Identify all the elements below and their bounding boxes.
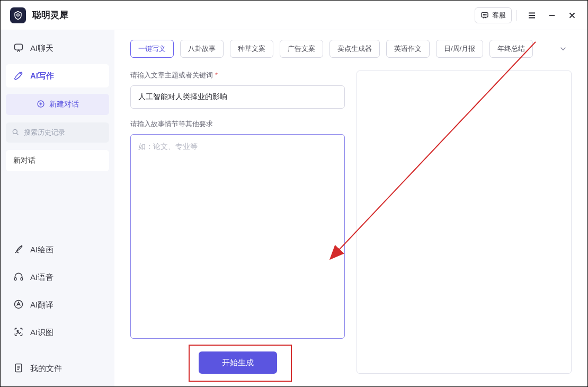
image-scan-icon (13, 327, 24, 339)
details-label: 请输入故事情节等其他要求 (130, 119, 345, 129)
sidebar: AI聊天 AI写作 新建对话 搜索历史记录 新对话 (1, 30, 114, 386)
svg-point-3 (484, 14, 485, 15)
sidebar-item-label: AI语音 (30, 272, 54, 283)
new-chat-label: 新建对话 (49, 100, 79, 109)
tab-seeding[interactable]: 种草文案 (230, 40, 273, 58)
new-chat-button[interactable]: 新建对话 (6, 94, 109, 115)
titlebar-separator (516, 10, 516, 21)
sidebar-item-translate[interactable]: AI翻译 (6, 293, 109, 316)
customer-service-button[interactable]: 客服 (475, 7, 512, 23)
sidebar-item-files[interactable]: 我的文件 (6, 357, 109, 380)
form-column: 请输入文章主题或者关键词* 请输入故事情节等其他要求 开始生成 (130, 71, 345, 374)
main-panel: 一键写文 八卦故事 种草文案 广告文案 卖点生成器 英语作文 日/周/月报 年终… (114, 30, 587, 386)
svg-point-11 (17, 330, 19, 332)
close-icon[interactable] (563, 6, 581, 24)
sidebar-item-label: AI识图 (30, 328, 54, 338)
sidebar-item-label: AI翻译 (30, 300, 54, 310)
svg-point-7 (13, 129, 17, 134)
required-star: * (215, 71, 218, 79)
svg-rect-9 (21, 277, 22, 280)
sidebar-item-ocr[interactable]: AI识图 (6, 321, 109, 344)
app-title: 聪明灵犀 (32, 9, 68, 21)
plus-circle-icon (37, 100, 45, 110)
app-logo (10, 7, 26, 23)
tab-oneclick[interactable]: 一键写文 (130, 40, 174, 58)
chat-icon (13, 42, 24, 55)
details-textarea[interactable] (130, 134, 345, 339)
svg-point-0 (17, 14, 20, 16)
tab-gossip[interactable]: 八卦故事 (180, 40, 224, 58)
customer-service-label: 客服 (492, 11, 506, 20)
topic-label: 请输入文章主题或者关键词* (130, 71, 345, 80)
svg-rect-5 (15, 44, 23, 50)
svg-point-2 (483, 14, 484, 15)
tab-ad[interactable]: 广告文案 (280, 40, 323, 58)
generate-button[interactable]: 开始生成 (199, 351, 277, 374)
sidebar-item-voice[interactable]: AI语音 (6, 266, 109, 289)
tab-english[interactable]: 英语作文 (386, 40, 430, 58)
sidebar-item-chat[interactable]: AI聊天 (6, 37, 109, 60)
output-panel (357, 71, 572, 374)
writing-tabs: 一键写文 八卦故事 种草文案 广告文案 卖点生成器 英语作文 日/周/月报 年终… (130, 40, 572, 58)
sidebar-item-label: AI聊天 (30, 43, 54, 54)
tab-report[interactable]: 日/周/月报 (436, 40, 483, 58)
pen-icon (13, 70, 24, 82)
search-input-wrap[interactable]: 搜索历史记录 (6, 122, 109, 143)
minimize-icon[interactable] (543, 6, 561, 24)
topic-input[interactable] (130, 85, 345, 109)
tab-yearend[interactable]: 年终总结 (489, 40, 533, 58)
search-icon (11, 128, 20, 138)
history-item[interactable]: 新对话 (6, 150, 109, 171)
sidebar-item-label: 我的文件 (30, 364, 62, 374)
sidebar-item-label: AI绘画 (30, 245, 54, 255)
svg-point-4 (486, 14, 486, 15)
tabs-expand-button[interactable] (555, 40, 572, 57)
titlebar: 聪明灵犀 客服 (1, 1, 587, 30)
translate-icon (13, 299, 24, 311)
svg-rect-8 (15, 277, 16, 280)
sidebar-item-draw[interactable]: AI绘画 (6, 238, 109, 261)
file-icon (13, 363, 24, 375)
menu-icon[interactable] (523, 6, 541, 24)
brush-icon (13, 244, 24, 256)
sidebar-item-label: AI写作 (30, 71, 54, 81)
search-placeholder: 搜索历史记录 (24, 128, 65, 137)
headphones-icon (13, 271, 24, 284)
tab-sellpoint[interactable]: 卖点生成器 (329, 40, 380, 58)
history-item-label: 新对话 (13, 156, 35, 165)
sidebar-item-write[interactable]: AI写作 (6, 64, 109, 87)
